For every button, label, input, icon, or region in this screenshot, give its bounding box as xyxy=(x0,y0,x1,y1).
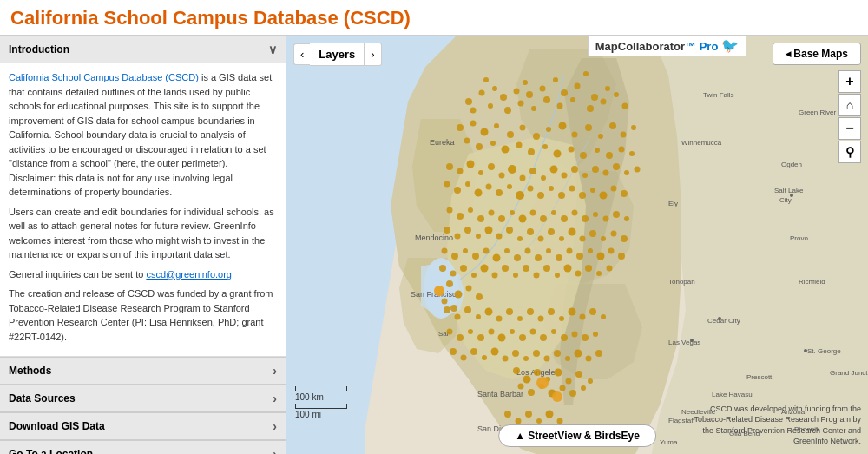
scale-bar: 100 km 100 mi xyxy=(295,386,347,419)
svg-point-245 xyxy=(575,371,582,378)
zoom-link-button[interactable]: ⚲ xyxy=(838,141,861,163)
svg-point-185 xyxy=(567,248,573,254)
svg-point-180 xyxy=(514,254,521,261)
svg-point-133 xyxy=(466,286,472,292)
layers-button[interactable]: Layers xyxy=(310,43,365,66)
svg-point-152 xyxy=(603,216,609,222)
svg-point-119 xyxy=(516,191,524,200)
page-header: California School Campus Database (CSCD) xyxy=(0,0,868,36)
svg-point-138 xyxy=(457,213,464,220)
svg-point-171 xyxy=(611,231,617,237)
svg-point-150 xyxy=(582,215,589,222)
svg-text:City: City xyxy=(779,196,792,204)
svg-point-157 xyxy=(464,227,471,234)
svg-point-161 xyxy=(506,227,513,234)
svg-point-145 xyxy=(530,210,536,216)
zoom-controls: + ⌂ − ⚲ xyxy=(838,70,861,163)
layers-next-button[interactable]: › xyxy=(365,43,381,66)
svg-point-92 xyxy=(629,151,635,156)
svg-point-74 xyxy=(585,124,592,131)
svg-point-112 xyxy=(444,181,450,188)
svg-point-265 xyxy=(544,356,550,362)
svg-point-183 xyxy=(546,248,551,253)
svg-point-94 xyxy=(457,168,464,174)
svg-point-37 xyxy=(465,98,472,105)
data-sources-chevron-icon: › xyxy=(273,391,277,405)
intro-paragraph2: Users can create and edit boundaries for… xyxy=(9,205,277,262)
basemaps-button[interactable]: ◂ Base Maps xyxy=(773,43,861,65)
svg-point-72 xyxy=(559,122,567,130)
svg-point-210 xyxy=(464,306,471,313)
svg-point-176 xyxy=(472,253,479,260)
svg-point-120 xyxy=(528,186,534,192)
go-to-location-label: Go To a Location xyxy=(9,448,93,454)
svg-point-102 xyxy=(541,175,546,181)
zoom-home-button[interactable]: ⌂ xyxy=(838,94,861,116)
svg-point-46 xyxy=(553,77,558,82)
svg-point-269 xyxy=(586,356,592,362)
svg-point-123 xyxy=(558,192,565,199)
scale-mi-label: 100 mi xyxy=(295,410,347,419)
svg-point-184 xyxy=(556,254,562,261)
svg-point-195 xyxy=(481,265,489,273)
svg-point-193 xyxy=(460,265,467,272)
svg-point-207 xyxy=(607,266,613,272)
intro-paragraph1: California School Campus Database (CSCD)… xyxy=(9,70,277,200)
sidebar-item-introduction[interactable]: Introduction ∨ xyxy=(0,36,286,63)
svg-point-162 xyxy=(517,236,523,241)
sidebar-item-methods[interactable]: Methods › xyxy=(0,357,286,385)
svg-point-109 xyxy=(613,163,620,170)
svg-point-219 xyxy=(559,316,564,321)
sidebar-item-data-sources[interactable]: Data Sources › xyxy=(0,385,286,412)
main-layout: Introduction ∨ California School Campus … xyxy=(0,36,868,454)
svg-point-154 xyxy=(624,216,629,221)
svg-point-227 xyxy=(477,334,484,341)
svg-point-78 xyxy=(631,125,636,130)
svg-point-147 xyxy=(551,210,556,215)
svg-point-51 xyxy=(605,86,610,91)
svg-point-155 xyxy=(444,227,450,234)
cscd-link[interactable]: California School Campus Database (CSCD) xyxy=(9,72,199,82)
svg-point-177 xyxy=(483,248,490,254)
intro-paragraph3: General inquiries can be sent to cscd@gr… xyxy=(9,267,277,282)
svg-point-90 xyxy=(606,152,613,159)
page-title: California School Campus Database (CSCD) xyxy=(10,7,858,30)
svg-point-231 xyxy=(519,334,526,341)
layers-prev-button[interactable]: ‹ xyxy=(293,43,310,65)
svg-point-107 xyxy=(592,166,599,173)
svg-point-208 xyxy=(444,306,450,313)
intro-paragraph4: The creation and release of CSCD was fun… xyxy=(9,286,277,344)
bird-icon: 🐦 xyxy=(721,38,739,53)
svg-point-153 xyxy=(613,211,620,218)
svg-point-264 xyxy=(533,350,540,357)
zoom-in-button[interactable]: + xyxy=(838,70,861,93)
svg-text:Ely: Ely xyxy=(668,200,678,207)
zoom-out-button[interactable]: − xyxy=(838,117,861,140)
svg-point-175 xyxy=(463,248,468,253)
svg-point-160 xyxy=(496,234,503,240)
svg-point-124 xyxy=(569,186,575,192)
svg-point-247 xyxy=(518,384,524,390)
svg-point-267 xyxy=(565,356,570,361)
svg-point-206 xyxy=(596,271,602,276)
streetview-button[interactable]: ▲ StreetView & BirdsEye xyxy=(498,424,656,447)
map-container[interactable]: Eureka Winnemucca Twin Falls Green River… xyxy=(286,36,868,454)
svg-point-254 xyxy=(536,377,549,389)
svg-point-122 xyxy=(549,186,554,191)
svg-point-130 xyxy=(434,286,444,296)
svg-point-266 xyxy=(554,350,561,357)
svg-point-255 xyxy=(552,391,562,402)
sidebar-item-download[interactable]: Download GIS Data › xyxy=(0,412,286,440)
svg-point-164 xyxy=(538,236,544,242)
sidebar-item-go-to-location[interactable]: Go To a Location › xyxy=(0,440,286,454)
svg-point-202 xyxy=(555,273,560,278)
svg-point-77 xyxy=(621,132,627,138)
svg-point-44 xyxy=(526,91,533,98)
svg-text:Mendocino: Mendocino xyxy=(415,234,453,242)
svg-point-192 xyxy=(450,271,457,277)
svg-point-230 xyxy=(510,329,515,334)
svg-point-241 xyxy=(534,369,541,376)
svg-text:Lake Havasu: Lake Havasu xyxy=(712,391,753,398)
svg-point-168 xyxy=(580,236,586,242)
email-link[interactable]: cscd@greeninfo.org xyxy=(146,269,232,280)
